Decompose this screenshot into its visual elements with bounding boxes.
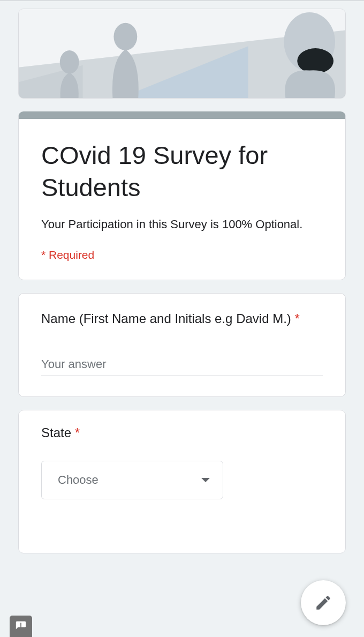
- required-asterisk: *: [294, 311, 299, 326]
- svg-point-7: [297, 48, 333, 73]
- name-input[interactable]: [41, 355, 323, 376]
- required-legend: * Required: [41, 249, 323, 261]
- feedback-icon: [15, 620, 27, 632]
- header-card: COvid 19 Survey for Students Your Partic…: [18, 111, 346, 280]
- report-problem-button[interactable]: [10, 616, 32, 637]
- svg-point-4: [60, 50, 79, 73]
- chevron-down-icon: [201, 478, 210, 482]
- dropdown-selected: Choose: [58, 473, 98, 487]
- question-name-label: Name (First Name and Initials e.g David …: [41, 309, 323, 329]
- svg-point-5: [113, 23, 137, 50]
- question-state-label: State *: [41, 425, 323, 440]
- form-title: COvid 19 Survey for Students: [41, 139, 323, 204]
- banner-image: [18, 9, 346, 99]
- question-name-text: Name (First Name and Initials e.g David …: [41, 311, 291, 326]
- pencil-icon: [314, 594, 332, 612]
- required-asterisk: *: [75, 425, 80, 440]
- question-state-text: State: [41, 425, 71, 440]
- question-name-card: Name (First Name and Initials e.g David …: [18, 293, 346, 396]
- state-dropdown[interactable]: Choose: [41, 461, 223, 499]
- form-container: COvid 19 Survey for Students Your Partic…: [0, 1, 364, 553]
- edit-fab-button[interactable]: [301, 580, 346, 625]
- form-description: Your Participation in this Survey is 100…: [41, 215, 323, 234]
- question-state-card: State * Choose: [18, 410, 346, 553]
